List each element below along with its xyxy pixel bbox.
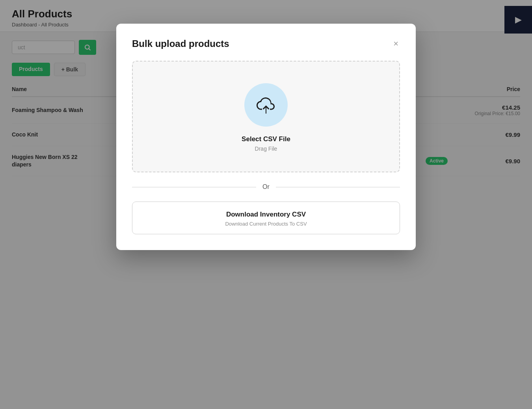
csv-upload-area[interactable]: Select CSV File Drag File [132,61,400,172]
divider-line-right [276,187,400,187]
download-csv-button[interactable]: Download Inventory CSV Download Current … [132,202,400,234]
bulk-upload-modal: Bulk upload products × [116,24,416,250]
or-divider: Or [132,183,400,190]
modal-close-button[interactable]: × [392,38,400,50]
cloud-upload-glyph [255,95,277,115]
modal-title: Bulk upload products [132,38,229,49]
upload-main-text: Select CSV File [242,135,290,143]
modal-overlay: Bulk upload products × [0,0,532,409]
or-text: Or [262,183,270,190]
upload-sub-text: Drag File [255,146,277,152]
divider-line-left [132,187,256,187]
download-btn-subtitle: Download Current Products To CSV [140,221,392,227]
modal-header: Bulk upload products × [132,38,400,50]
upload-circle [244,83,288,127]
download-btn-title: Download Inventory CSV [140,211,392,219]
